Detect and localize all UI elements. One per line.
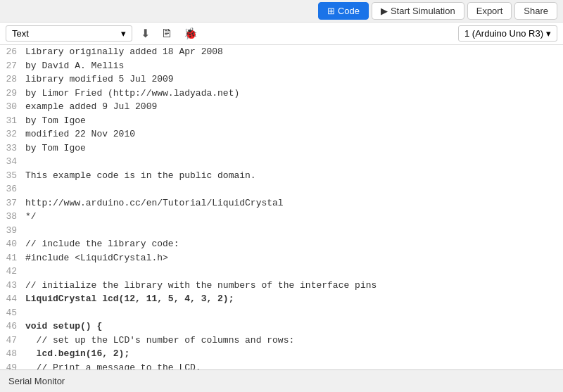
line-number: 37 bbox=[0, 196, 25, 210]
line-content: library modified 5 Jul 2009 bbox=[25, 72, 174, 87]
line-content: modified 22 Nov 2010 bbox=[25, 127, 135, 141]
line-content: Library originally added 18 Apr 2008 bbox=[25, 45, 223, 59]
upload-icon: 🖹 bbox=[161, 27, 172, 39]
line-number: 40 bbox=[0, 237, 25, 251]
line-number: 30 bbox=[0, 100, 25, 114]
table-row: 37http://www.arduino.cc/en/Tutorial/Liqu… bbox=[0, 196, 563, 210]
code-label: Code bbox=[338, 6, 360, 16]
editor-toolbar: Text ▾ ⬇ 🖹 🐞 1 (Arduino Uno R3) ▾ bbox=[0, 23, 563, 45]
text-format-dropdown[interactable]: Text ▾ bbox=[6, 25, 132, 42]
table-row: 47 // set up the LCD's number of columns… bbox=[0, 334, 563, 348]
line-number: 31 bbox=[0, 114, 25, 128]
start-simulation-label: Start Simulation bbox=[391, 6, 455, 16]
table-row: 35This example code is in the public dom… bbox=[0, 169, 563, 183]
table-row: 28library modified 5 Jul 2009 bbox=[0, 72, 563, 87]
table-row: 49 // Print a message to the LCD. bbox=[0, 361, 563, 370]
line-content: example added 9 Jul 2009 bbox=[25, 100, 157, 114]
line-number: 33 bbox=[0, 141, 25, 156]
table-row: 34 bbox=[0, 155, 563, 169]
table-row: 31by Tom Igoe bbox=[0, 114, 563, 128]
table-row: 39 bbox=[0, 224, 563, 238]
line-content: by Tom Igoe bbox=[25, 141, 86, 156]
table-row: 43// initialize the library with the num… bbox=[0, 279, 563, 293]
line-content: // set up the LCD's number of columns an… bbox=[25, 334, 294, 348]
bug-icon: 🐞 bbox=[184, 27, 198, 39]
share-button[interactable]: Share bbox=[514, 2, 557, 20]
table-row: 46void setup() { bbox=[0, 320, 563, 334]
line-number: 39 bbox=[0, 224, 25, 238]
board-label: 1 (Arduino Uno R3) bbox=[464, 28, 543, 39]
play-icon: ▶ bbox=[381, 6, 388, 16]
code-content[interactable]: 26Library originally added 18 Apr 200827… bbox=[0, 45, 563, 369]
line-content: This example code is in the public domai… bbox=[25, 169, 256, 183]
line-number: 38 bbox=[0, 210, 25, 224]
line-number: 26 bbox=[0, 45, 25, 59]
line-content: #include <LiquidCrystal.h> bbox=[25, 251, 168, 265]
table-row: 41#include <LiquidCrystal.h> bbox=[0, 251, 563, 265]
text-format-label: Text bbox=[12, 28, 29, 39]
start-simulation-button[interactable]: ▶ Start Simulation bbox=[372, 2, 464, 20]
line-number: 36 bbox=[0, 182, 25, 196]
line-number: 43 bbox=[0, 279, 25, 293]
line-number: 35 bbox=[0, 169, 25, 183]
line-content: */ bbox=[25, 210, 37, 224]
download-button[interactable]: ⬇ bbox=[138, 25, 153, 42]
board-selector[interactable]: 1 (Arduino Uno R3) ▾ bbox=[458, 25, 557, 42]
line-content: void setup() { bbox=[25, 320, 102, 334]
table-row: 42 bbox=[0, 265, 563, 279]
line-number: 42 bbox=[0, 265, 25, 279]
table-row: 36 bbox=[0, 182, 563, 196]
code-button[interactable]: ⊞ Code bbox=[318, 2, 369, 20]
line-content: by Tom Igoe bbox=[25, 114, 86, 128]
line-number: 32 bbox=[0, 127, 25, 141]
line-content: http://www.arduino.cc/en/Tutorial/Liquid… bbox=[25, 196, 284, 210]
line-number: 49 bbox=[0, 361, 25, 370]
line-number: 45 bbox=[0, 306, 25, 320]
line-number: 34 bbox=[0, 155, 25, 169]
table-row: 40// include the library code: bbox=[0, 237, 563, 251]
export-button[interactable]: Export bbox=[467, 2, 512, 20]
dropdown-chevron-icon: ▾ bbox=[121, 28, 126, 39]
table-row: 48 lcd.begin(16, 2); bbox=[0, 347, 563, 361]
table-row: 45 bbox=[0, 306, 563, 320]
line-number: 41 bbox=[0, 251, 25, 265]
line-content: by David A. Mellis bbox=[25, 59, 124, 73]
top-toolbar: ⊞ Code ▶ Start Simulation Export Share bbox=[0, 0, 563, 23]
line-content: // include the library code: bbox=[25, 237, 179, 251]
table-row: 33by Tom Igoe bbox=[0, 141, 563, 156]
line-number: 47 bbox=[0, 334, 25, 348]
line-number: 46 bbox=[0, 320, 25, 334]
board-chevron-icon: ▾ bbox=[546, 28, 551, 39]
line-number: 44 bbox=[0, 292, 25, 306]
table-row: 38*/ bbox=[0, 210, 563, 224]
serial-monitor-bar: Serial Monitor bbox=[0, 369, 563, 392]
line-content: // initialize the library with the numbe… bbox=[25, 279, 377, 293]
code-icon: ⊞ bbox=[327, 6, 335, 16]
download-icon: ⬇ bbox=[141, 27, 150, 39]
export-label: Export bbox=[476, 6, 503, 16]
line-number: 27 bbox=[0, 59, 25, 73]
debug-button[interactable]: 🐞 bbox=[181, 25, 201, 42]
line-number: 28 bbox=[0, 72, 25, 87]
serial-monitor-label: Serial Monitor bbox=[8, 376, 65, 386]
line-content: by Limor Fried (http://www.ladyada.net) bbox=[25, 87, 239, 101]
line-content: lcd.begin(16, 2); bbox=[25, 347, 129, 361]
share-label: Share bbox=[524, 6, 548, 16]
line-content: LiquidCrystal lcd(12, 11, 5, 4, 3, 2); bbox=[25, 292, 234, 306]
table-row: 32modified 22 Nov 2010 bbox=[0, 127, 563, 141]
table-row: 44LiquidCrystal lcd(12, 11, 5, 4, 3, 2); bbox=[0, 292, 563, 306]
code-editor: 26Library originally added 18 Apr 200827… bbox=[0, 45, 563, 369]
line-content: // Print a message to the LCD. bbox=[25, 361, 201, 370]
table-row: 27by David A. Mellis bbox=[0, 59, 563, 73]
table-row: 30example added 9 Jul 2009 bbox=[0, 100, 563, 114]
upload-button[interactable]: 🖹 bbox=[158, 26, 175, 42]
line-number: 48 bbox=[0, 347, 25, 361]
line-number: 29 bbox=[0, 87, 25, 101]
table-row: 26Library originally added 18 Apr 2008 bbox=[0, 45, 563, 59]
table-row: 29by Limor Fried (http://www.ladyada.net… bbox=[0, 87, 563, 101]
